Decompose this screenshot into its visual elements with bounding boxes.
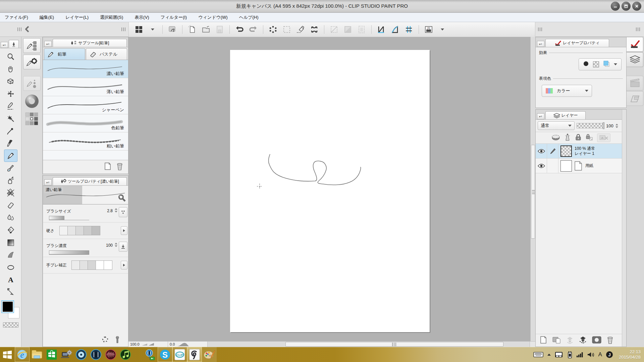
brush-density-spinner[interactable]: [115, 243, 117, 247]
subtool-panel-tab[interactable]: サブツール[鉛筆]: [53, 39, 127, 47]
taskbar-device-manager-icon[interactable]: [59, 347, 74, 362]
layer-property-dock-tab[interactable]: [627, 37, 643, 52]
brush-item-colored-pencil[interactable]: 色鉛筆: [43, 114, 128, 132]
tool-property-toggle-icon[interactable]: [23, 55, 41, 69]
menu-view[interactable]: 表示(V): [135, 14, 149, 20]
dock-grip[interactable]: [121, 27, 126, 31]
tray-touchpad-icon[interactable]: [555, 352, 563, 358]
tone-effect-icon[interactable]: [593, 61, 599, 67]
tool-blend[interactable]: [4, 212, 17, 224]
layer-panel-tab[interactable]: レイヤー: [545, 111, 586, 119]
taskbar-windows-store-icon[interactable]: [44, 347, 59, 362]
start-button[interactable]: [0, 347, 15, 362]
tool-auto-select[interactable]: [4, 112, 17, 125]
tool-airbrush[interactable]: [4, 174, 17, 187]
layer-property-panel-menu-icon[interactable]: ▸≡: [537, 41, 544, 47]
save-icon[interactable]: [214, 24, 225, 35]
layer-row-paper[interactable]: 用紙: [536, 159, 626, 173]
brush-preview[interactable]: 濃い鉛筆: [43, 186, 128, 204]
open-clipstudio-icon[interactable]: [167, 24, 178, 35]
horizontal-scrollbar-thumb[interactable]: [285, 342, 503, 347]
reference-layer-icon[interactable]: [564, 133, 571, 142]
subtool-panel-menu-icon[interactable]: ▸≡: [44, 41, 52, 47]
material-icon[interactable]: [A]: [423, 24, 434, 35]
tool-gradient[interactable]: [4, 236, 17, 249]
tray-keyboard-icon[interactable]: [533, 351, 543, 358]
set-as-draft-icon[interactable]: [597, 133, 610, 142]
layer-panel-menu-icon[interactable]: ▸≡: [537, 113, 544, 119]
tool-palette-tab[interactable]: [9, 40, 19, 48]
stabilization-steps[interactable]: [71, 260, 112, 270]
tool-property-panel-menu-icon[interactable]: ▸≡: [44, 179, 52, 185]
new-layer-icon[interactable]: [540, 336, 547, 345]
brush-item-rough-pencil[interactable]: 粗い鉛筆: [43, 132, 128, 150]
workspace-blocks-icon[interactable]: [133, 24, 144, 35]
opacity-slider[interactable]: [577, 123, 604, 128]
menu-edit[interactable]: 編集(E): [40, 14, 54, 20]
brush-item-light-pencil[interactable]: 薄い鉛筆: [43, 78, 128, 96]
taskbar-internet-explorer-icon[interactable]: e: [15, 347, 30, 362]
reselect-icon[interactable]: [281, 24, 292, 35]
lock-layer-icon[interactable]: [575, 133, 582, 142]
brush-item-mechanical-pencil[interactable]: シャーペン: [43, 96, 128, 114]
layer-property-panel-tab[interactable]: レイヤープロパティ: [545, 39, 609, 47]
material-dropdown-icon[interactable]: [437, 24, 448, 35]
tool-selection[interactable]: [4, 100, 17, 112]
layer1-name[interactable]: レイヤー 1: [575, 151, 595, 156]
menu-filter[interactable]: フィルター(I): [161, 14, 187, 20]
fit-screen-icon[interactable]: [342, 24, 353, 35]
lock-transparent-pixels-icon[interactable]: [586, 133, 593, 142]
subtool-toggle-icon[interactable]: [23, 38, 41, 53]
color-set-icon[interactable]: [23, 112, 41, 126]
snap-special-ruler-icon[interactable]: [390, 24, 400, 35]
tool-eraser[interactable]: [4, 199, 17, 212]
menu-layer[interactable]: レイヤー(L): [65, 14, 89, 20]
taskbar-skype-icon[interactable]: S: [158, 347, 172, 362]
taskbar-disc-tool-icon[interactable]: [74, 347, 89, 362]
menu-file[interactable]: ファイル(F): [5, 14, 28, 20]
rotation-control[interactable]: 0.0: [168, 342, 208, 347]
maximize-button[interactable]: [622, 2, 631, 11]
subtool-tab-pencil[interactable]: 鉛筆: [44, 48, 85, 60]
brush-size-palette-icon[interactable]: [23, 76, 41, 91]
layer1-thumbnail[interactable]: [560, 145, 572, 157]
tool-pencil[interactable]: [4, 149, 17, 162]
layer-mask-icon[interactable]: [592, 336, 601, 345]
invert-selection-icon[interactable]: [309, 24, 320, 35]
taskbar-movie-maker-icon[interactable]: [143, 347, 158, 362]
workspace-dropdown-icon[interactable]: [147, 24, 158, 35]
new-subtool-icon[interactable]: [104, 162, 111, 172]
layer-list-dock-tab[interactable]: [627, 52, 643, 67]
vertical-scrollbar[interactable]: [530, 37, 535, 341]
opacity-spinner[interactable]: [615, 124, 618, 128]
taskbar-clip-studio-icon[interactable]: CLIP: [172, 347, 187, 362]
dock-grip[interactable]: [17, 27, 22, 31]
tray-volume-icon[interactable]: [587, 352, 595, 358]
tray-ime-a-icon[interactable]: A: [598, 351, 602, 358]
reset-all-settings-icon[interactable]: [101, 336, 109, 345]
canvas-frame-icon[interactable]: [356, 24, 367, 35]
taskbar-file-explorer-icon[interactable]: [30, 347, 44, 362]
paper-visibility-eye-icon[interactable]: [536, 159, 547, 173]
delete-layer-icon[interactable]: [606, 336, 614, 345]
taskbar-music-tool-icon[interactable]: [118, 347, 133, 362]
undo-icon[interactable]: [234, 24, 245, 35]
clip-to-layer-below-icon[interactable]: [551, 134, 560, 142]
detail-settings-wrench-icon[interactable]: [115, 335, 123, 345]
layer-row-layer1[interactable]: 100 % 通常 レイヤー 1: [536, 144, 626, 159]
brush-density-value[interactable]: 100: [106, 243, 113, 248]
tray-hidden-icons-arrow[interactable]: [547, 353, 551, 356]
brush-size-options-button[interactable]: [119, 207, 127, 217]
tray-power-icon[interactable]: [567, 351, 573, 358]
foreground-color-swatch[interactable]: [2, 301, 13, 312]
new-file-icon[interactable]: [187, 24, 198, 35]
tray-network-icon[interactable]: [576, 352, 584, 358]
taskbar-video-tool-icon[interactable]: [89, 347, 103, 362]
stabilization-expand-button[interactable]: [121, 261, 127, 269]
tool-text[interactable]: A: [4, 274, 17, 286]
crop-icon[interactable]: [329, 24, 339, 35]
taskbar-paint-icon[interactable]: [202, 347, 217, 362]
tool-ruler[interactable]: [4, 286, 17, 298]
brush-density-slider[interactable]: [49, 251, 89, 255]
menu-help[interactable]: ヘルプ(H): [239, 14, 259, 20]
